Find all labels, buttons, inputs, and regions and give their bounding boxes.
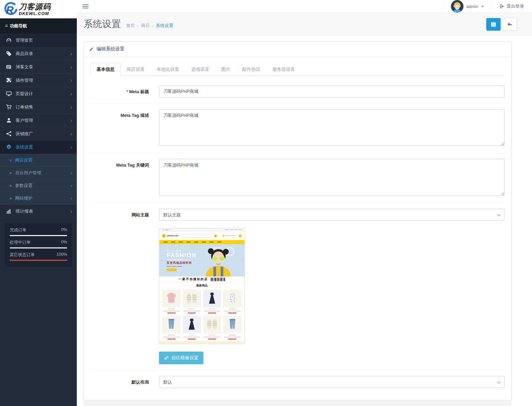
cart-icon	[6, 104, 12, 110]
stat-progress-bar	[10, 247, 67, 248]
sidebar-nav-header: ≡功能导航	[0, 18, 77, 34]
sidebar-subitem-label: 后台用户管理	[15, 170, 70, 176]
preview-product-card	[183, 316, 201, 340]
brand-logo-icon: R	[3, 2, 18, 17]
tag-icon	[6, 51, 12, 56]
breadcrumb-current[interactable]: 系统设置	[156, 23, 173, 29]
sidebar-toggle-button[interactable]	[77, 0, 94, 13]
sidebar-subitem-label: 网站维护	[15, 195, 70, 201]
chart-icon	[6, 208, 12, 214]
content-header: 系统设置 首页 › 商店 › 系统设置	[77, 13, 532, 35]
double-angle-icon: »	[9, 158, 12, 163]
stat-label: 其它状态订单	[10, 252, 35, 258]
stat-value: 100%	[56, 252, 67, 258]
dress-navy-icon	[183, 316, 201, 334]
sidebar-item-9[interactable]: 统计报表›	[0, 205, 77, 218]
sidebar-subitem-label: 参数设置	[15, 183, 70, 189]
meta-description-textarea[interactable]: 刀客源码PHP商城	[159, 109, 505, 146]
stat-progress-bar	[10, 235, 67, 236]
sidebar-item-3[interactable]: 插件管理›	[0, 74, 77, 87]
tab-3[interactable]: 选项设置	[185, 63, 215, 76]
chevron-right-icon: ›	[70, 209, 72, 214]
tab-1[interactable]: 商店设置	[121, 63, 151, 76]
brand-logo[interactable]: R 刀客源码 DKEWL.COM	[0, 0, 77, 18]
admin-app: R 刀客源码 DKEWL.COM ≡功能导航 管理首页商品目录›博客文章›插件管…	[0, 0, 532, 406]
logout-button[interactable]: 退出登录	[491, 0, 532, 13]
preview-product-card	[162, 289, 181, 314]
sidebar-item-5[interactable]: 订单销售›	[0, 100, 77, 114]
sidebar-item-4[interactable]: 页面设计›	[0, 87, 77, 100]
double-angle-icon: »	[9, 170, 12, 175]
preview-clothes-rack	[211, 277, 225, 281]
order-stats-box: 完成订单0%处理中订单0%其它状态订单100%	[5, 223, 72, 267]
tab-6[interactable]: 服务器设置	[267, 63, 301, 76]
theme-label: 网站主题	[91, 209, 159, 364]
sidebar-item-1[interactable]: 商品目录›	[0, 47, 77, 60]
back-button[interactable]	[503, 18, 517, 31]
preview-cart	[221, 234, 237, 238]
sidebar-item-label: 客户管理	[16, 118, 70, 124]
layout-group: 默认布局 默认	[91, 370, 505, 390]
back-arrow-icon	[507, 22, 513, 27]
sidebar-item-label: 页面设计	[16, 91, 70, 97]
sidebar-item-label: 统计报表	[16, 208, 70, 214]
sidebar-subitem-3[interactable]: »网站维护›	[0, 192, 77, 205]
slippers-icon	[203, 316, 221, 334]
chevron-right-icon: ›	[70, 51, 72, 56]
preview-product-card	[203, 316, 221, 340]
tab-0[interactable]: 基本信息	[91, 63, 121, 76]
sidebar-subitem-1[interactable]: »后台用户管理›	[0, 167, 77, 179]
chevron-right-icon: ›	[70, 78, 72, 83]
sidebar-item-7[interactable]: 营销推广›	[0, 127, 77, 141]
meta-keyword-group: Meta Tag 关键词 刀客源码PHP商城	[91, 153, 505, 203]
hamburger-icon	[82, 3, 88, 9]
tab-4[interactable]: 图片	[215, 63, 236, 76]
settings-panel: 编辑系统设置 基本信息商店设置本地化设置选项设置图片邮件协议服务器设置 *Met…	[83, 41, 512, 400]
tab-5[interactable]: 邮件协议	[236, 63, 267, 76]
breadcrumb: 首页 › 商店 › 系统设置	[126, 19, 173, 29]
sidebar-item-6[interactable]: 客户管理›	[0, 114, 77, 127]
sidebar-subitem-2[interactable]: »参数设置›	[0, 179, 77, 192]
page-title: 系统设置	[83, 18, 121, 30]
preview-product-card	[203, 289, 221, 314]
sidebar-item-8[interactable]: 系统设置›	[0, 141, 77, 154]
tab-2[interactable]: 本地化设置	[151, 63, 185, 76]
preview-product-card	[223, 289, 241, 314]
user-menu[interactable]: admin	[443, 0, 491, 13]
pencil-icon	[89, 47, 94, 51]
sidebar-item-0[interactable]: 管理首页	[0, 34, 77, 47]
preview-product-grid	[159, 289, 244, 342]
meta-title-group: *Meta 标题	[91, 80, 505, 104]
breadcrumb-home[interactable]: 首页	[126, 23, 135, 29]
sidebar-subitem-0[interactable]: »网店设置	[0, 154, 77, 167]
save-icon	[491, 22, 496, 27]
dress-navy-icon	[203, 289, 221, 308]
sidebar-item-label: 管理首页	[16, 37, 72, 43]
brand-title: 刀客源码	[19, 3, 51, 11]
sidebar-item-label: 营销推广	[16, 131, 70, 137]
settings-tabs: 基本信息商店设置本地化设置选项设置图片邮件协议服务器设置	[91, 63, 505, 76]
gear-icon	[6, 144, 12, 150]
preview-section-title: 最新商品	[159, 282, 244, 289]
layout-select[interactable]: 默认	[159, 376, 505, 388]
theme-preview-image: d OPENCART	[159, 228, 245, 344]
avatar	[451, 0, 464, 13]
meta-title-label: *Meta 标题	[91, 85, 159, 97]
jeans-icon	[223, 316, 241, 334]
dashboard-icon	[6, 37, 12, 43]
meta-title-input[interactable]	[159, 85, 505, 97]
main-column: admin 退出登录 系统设置 首页 › 商店 › 系统设置	[77, 0, 532, 406]
theme-select[interactable]: 默认主题	[159, 209, 505, 221]
meta-keyword-textarea[interactable]: 刀客源码PHP商城	[159, 159, 505, 196]
puzzle-icon	[6, 77, 12, 83]
stat-label: 完成订单	[10, 227, 26, 233]
sign-out-icon	[500, 4, 504, 9]
sidebar-item-2[interactable]: 博客文章›	[0, 60, 77, 74]
breadcrumb-store[interactable]: 商店	[141, 23, 150, 29]
caret-down-icon	[481, 6, 484, 7]
go-to-template-settings-button[interactable]: 前往模板设置	[159, 352, 203, 364]
preview-product-card	[162, 316, 181, 340]
sidebar: R 刀客源码 DKEWL.COM ≡功能导航 管理首页商品目录›博客文章›插件管…	[0, 0, 77, 406]
sidebar-item-label: 插件管理	[16, 77, 70, 83]
save-button[interactable]	[486, 18, 501, 31]
